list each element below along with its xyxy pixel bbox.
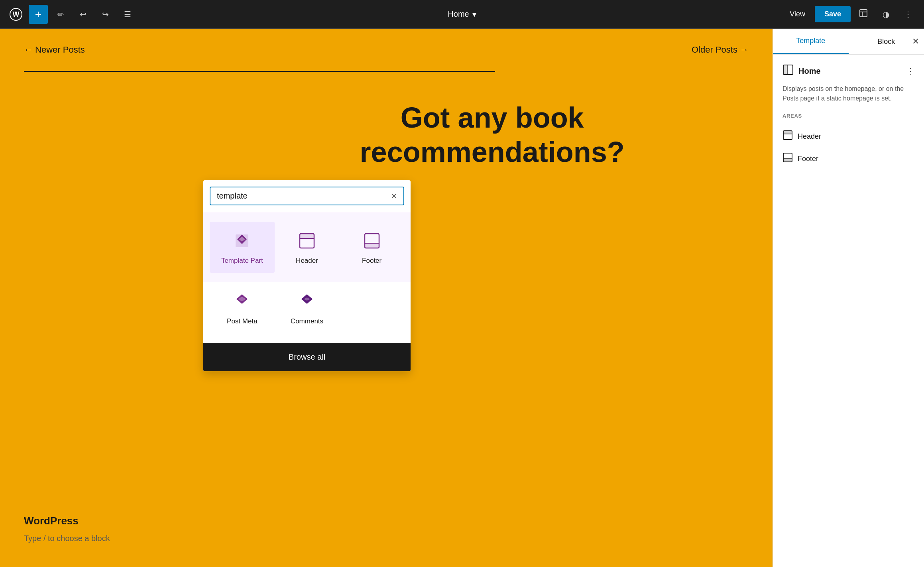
svg-rect-22 (783, 131, 792, 134)
block-label-comments: Comments (291, 317, 323, 325)
right-sidebar: Template Block ✕ Home ⋮ (773, 29, 924, 567)
footer-area: WordPress (24, 515, 79, 527)
inserter-grid-row2: Post Meta Comments (203, 282, 411, 343)
block-label-template-part: Template Part (221, 257, 263, 265)
post-meta-icon (231, 290, 253, 313)
block-item-footer[interactable]: Footer (339, 222, 404, 273)
header-area-icon (782, 130, 793, 143)
canvas-area: ← Newer Posts Older Posts → Got any book… (0, 29, 773, 567)
sidebar-close-button[interactable]: ✕ (912, 36, 919, 47)
dark-mode-button[interactable]: ◑ (876, 5, 895, 24)
plus-icon: + (35, 8, 41, 21)
svg-rect-19 (783, 65, 787, 75)
more-options-button[interactable]: ⋮ (898, 5, 918, 24)
block-label-footer: Footer (362, 257, 381, 265)
tab-template[interactable]: Template (773, 29, 849, 54)
sidebar-content: Home ⋮ Displays posts on the homepage, o… (773, 55, 924, 567)
older-posts-link[interactable]: Older Posts → (692, 45, 749, 55)
template-part-icon (231, 230, 253, 252)
toolbar-right: View Save ◑ ⋮ (783, 5, 918, 24)
block-item-header[interactable]: Header (275, 222, 340, 273)
template-header: Home ⋮ (782, 64, 914, 78)
browse-all-button[interactable]: Browse all (203, 343, 411, 371)
search-input[interactable] (217, 191, 388, 201)
wp-logo[interactable]: W (6, 5, 26, 24)
view-button[interactable]: View (783, 7, 812, 22)
nav-bar: ← Newer Posts Older Posts → (24, 45, 749, 55)
type-hint: Type / to choose a block (24, 534, 110, 543)
svg-rect-25 (783, 159, 792, 162)
template-name: Home (798, 67, 902, 76)
list-view-icon: ☰ (124, 10, 131, 19)
chevron-down-icon: ▾ (472, 10, 476, 19)
close-icon: ✕ (912, 36, 919, 46)
hero-section: Got any book recommendations? (360, 100, 625, 169)
svg-rect-9 (300, 234, 314, 238)
sidebar-tabs: Template Block ✕ (773, 29, 924, 55)
dark-mode-icon: ◑ (883, 10, 889, 19)
area-label-footer: Footer (798, 155, 818, 163)
toolbar-center: Home ▾ (443, 6, 481, 22)
edit-tool-button[interactable]: ✏ (51, 5, 70, 24)
area-item-header[interactable]: Header (782, 125, 914, 148)
toolbar-left: W + ✏ ↩ ↪ ☰ (6, 5, 137, 24)
toolbar: W + ✏ ↩ ↪ ☰ Home ▾ View Save (0, 0, 924, 29)
svg-rect-2 (860, 10, 867, 17)
layout-button[interactable] (854, 5, 873, 24)
redo-icon: ↪ (102, 10, 109, 19)
svg-rect-12 (365, 243, 379, 248)
more-options-icon: ⋮ (904, 10, 912, 19)
hero-heading: Got any book recommendations? (360, 100, 625, 169)
pencil-icon: ✏ (57, 10, 64, 19)
inserter-search-area: ✕ (203, 180, 411, 212)
layout-icon (859, 8, 868, 20)
page-title-button[interactable]: Home ▾ (443, 6, 481, 22)
template-more-button[interactable]: ⋮ (906, 66, 914, 76)
header-block-icon (296, 230, 318, 252)
template-description: Displays posts on the homepage, or on th… (782, 84, 914, 103)
block-inserter-popup: ✕ (203, 180, 411, 371)
newer-posts-link[interactable]: ← Newer Posts (24, 45, 85, 55)
divider-line (24, 71, 495, 72)
redo-button[interactable]: ↪ (96, 5, 115, 24)
list-view-button[interactable]: ☰ (118, 5, 137, 24)
block-item-comments[interactable]: Comments (275, 282, 340, 333)
template-layout-icon (782, 64, 794, 78)
undo-icon: ↩ (80, 10, 87, 19)
canvas-content: ← Newer Posts Older Posts → Got any book… (0, 29, 773, 567)
close-icon: ✕ (391, 192, 397, 200)
footer-block-icon (361, 230, 383, 252)
block-item-template-part[interactable]: Template Part (210, 222, 275, 273)
areas-label: AREAS (782, 113, 914, 119)
footer-area-icon (782, 152, 793, 165)
search-clear-button[interactable]: ✕ (391, 192, 397, 201)
svg-text:W: W (13, 10, 20, 18)
comments-icon (296, 290, 318, 313)
search-field-wrapper: ✕ (210, 187, 404, 205)
block-label-post-meta: Post Meta (227, 317, 258, 325)
inserter-grid-row1: Template Part Header (203, 212, 411, 282)
block-label-header: Header (296, 257, 318, 265)
page-title-text: Home (448, 10, 469, 19)
save-button[interactable]: Save (815, 6, 851, 22)
footer-brand: WordPress (24, 515, 79, 527)
main-layout: ← Newer Posts Older Posts → Got any book… (0, 29, 924, 567)
area-label-header: Header (798, 132, 821, 141)
add-block-button[interactable]: + (29, 5, 48, 24)
more-icon: ⋮ (906, 67, 914, 75)
undo-button[interactable]: ↩ (73, 5, 92, 24)
block-item-post-meta[interactable]: Post Meta (210, 282, 275, 333)
area-item-footer[interactable]: Footer (782, 148, 914, 170)
